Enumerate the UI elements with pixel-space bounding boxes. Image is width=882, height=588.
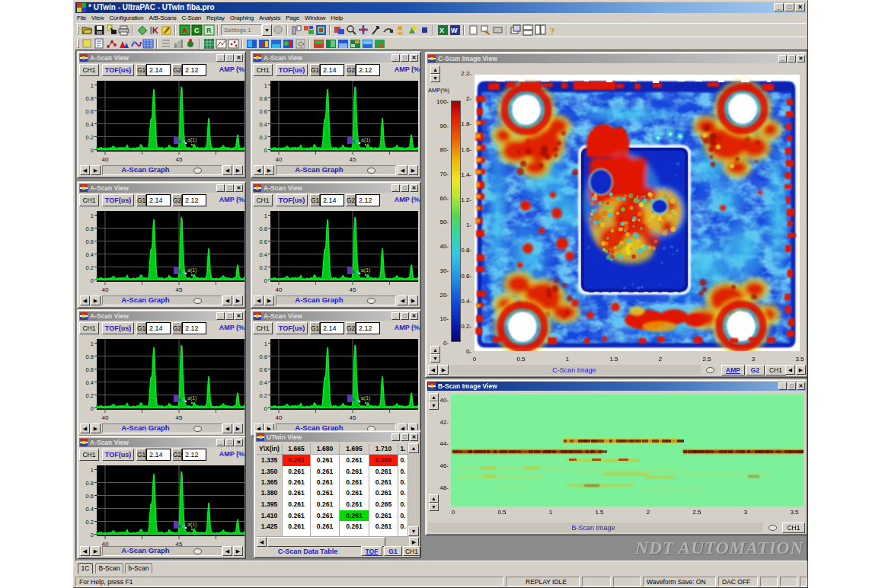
svg-text:45: 45: [350, 156, 356, 162]
svg-text:0.6: 0.6: [260, 238, 267, 245]
svg-text:0.4: 0.4: [86, 379, 94, 386]
svg-text:?: ?: [550, 25, 555, 36]
svg-text:0.8: 0.8: [86, 480, 94, 487]
svg-text:a(1): a(1): [361, 137, 370, 143]
svg-text:a(1): a(1): [187, 395, 197, 401]
svg-text:0: 0: [91, 532, 94, 538]
svg-text:1: 1: [91, 340, 94, 347]
svg-text:0.4: 0.4: [86, 121, 94, 128]
svg-text:1: 1: [264, 82, 267, 89]
svg-text:45: 45: [176, 156, 183, 162]
svg-text:0.8: 0.8: [86, 225, 94, 232]
svg-text:0.2: 0.2: [260, 264, 267, 271]
svg-text:0: 0: [91, 405, 94, 412]
svg-text:0.8: 0.8: [86, 95, 94, 102]
svg-text:0: 0: [91, 147, 94, 154]
svg-text:0.8: 0.8: [260, 225, 267, 232]
svg-text:0.4: 0.4: [260, 121, 267, 128]
svg-text:a(1): a(1): [361, 395, 370, 401]
svg-text:0: 0: [264, 405, 267, 412]
svg-text:C: C: [194, 27, 200, 34]
svg-text:0.2: 0.2: [260, 134, 267, 141]
svg-text:40: 40: [102, 286, 109, 292]
svg-text:0.8: 0.8: [260, 353, 267, 360]
svg-text:45: 45: [350, 414, 356, 420]
svg-text:40: 40: [276, 286, 283, 292]
svg-text:0.2: 0.2: [86, 392, 94, 399]
svg-text:0.8: 0.8: [260, 95, 267, 102]
svg-text:W: W: [451, 27, 458, 34]
svg-text:0: 0: [264, 147, 267, 154]
svg-text:1: 1: [91, 82, 94, 89]
svg-text:0.4: 0.4: [86, 506, 94, 513]
svg-text:40: 40: [102, 156, 109, 162]
svg-text:a(1): a(1): [187, 137, 197, 143]
svg-text:a(1): a(1): [187, 522, 197, 528]
svg-text:0.6: 0.6: [260, 366, 267, 373]
svg-text:a(1): a(1): [361, 267, 370, 273]
svg-text:R: R: [206, 27, 212, 34]
svg-text:40: 40: [276, 156, 283, 162]
svg-text:0.6: 0.6: [86, 366, 94, 373]
svg-text:0: 0: [91, 277, 94, 284]
svg-text:K: K: [152, 26, 158, 35]
svg-text:0.4: 0.4: [260, 251, 267, 258]
svg-text:a(1): a(1): [187, 267, 197, 273]
svg-text:0.4: 0.4: [86, 251, 94, 258]
svg-text:0.2: 0.2: [86, 519, 94, 526]
svg-text:1: 1: [264, 213, 267, 219]
svg-text:0.4: 0.4: [260, 379, 267, 386]
svg-text:0.6: 0.6: [86, 238, 94, 245]
svg-text:X: X: [439, 27, 444, 34]
svg-text:40: 40: [276, 414, 283, 420]
svg-text:0: 0: [264, 277, 267, 284]
svg-text:0.2: 0.2: [260, 392, 267, 399]
svg-text:0.6: 0.6: [86, 108, 94, 115]
svg-text:A: A: [182, 27, 187, 34]
svg-text:0.6: 0.6: [86, 493, 94, 500]
svg-text:45: 45: [350, 286, 356, 292]
svg-text:0.8: 0.8: [86, 353, 94, 360]
svg-text:40: 40: [102, 414, 109, 420]
svg-text:0.6: 0.6: [260, 108, 267, 115]
svg-text:0.2: 0.2: [86, 134, 94, 141]
svg-text:45: 45: [176, 286, 183, 292]
svg-text:1: 1: [91, 213, 94, 219]
svg-text:0.2: 0.2: [86, 264, 94, 271]
svg-text:1: 1: [264, 340, 267, 347]
svg-text:45: 45: [176, 414, 183, 420]
svg-text:1: 1: [91, 467, 94, 474]
